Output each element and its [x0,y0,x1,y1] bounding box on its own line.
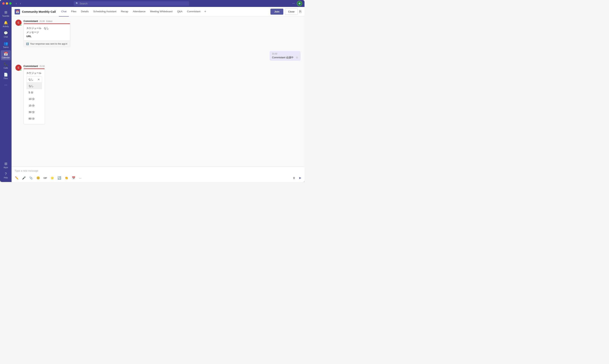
new-message-input[interactable] [15,169,301,172]
send-button[interactable]: ➤ [299,176,301,180]
tab-commistant[interactable]: Commistant [185,7,203,16]
chat-area: C Commistant 21:00 Edited スケジュール なし [12,16,304,166]
gif-button[interactable]: GIF [43,176,47,180]
header-actions: Join Close ⎘ [270,9,301,15]
sidebar-item-label-apps: Apps [4,166,8,169]
online-indicator [20,24,22,26]
dictate-button[interactable]: 🎙 [292,176,296,180]
card-line2: メッセージ [26,30,67,34]
sent-header: 21:02 [272,52,298,55]
sidebar-item-files[interactable]: 📄 Files [1,71,11,81]
response-close-button[interactable]: ✕ [66,42,68,45]
tab-files[interactable]: Files [69,7,79,16]
tab-recap[interactable]: Recap [119,7,131,16]
more-options-button[interactable]: ··· [292,2,295,5]
sidebar-item-label-help: Help [4,177,8,179]
tab-attendance[interactable]: Attendance [131,7,148,16]
sidebar-item-teamtile[interactable]: ⊞ Teamtile [1,9,11,19]
meeting-icon: 📅 [15,9,20,14]
tab-details[interactable]: Details [79,7,91,16]
audio-button[interactable]: 🎤 [22,176,26,180]
help-icon: ? [5,172,7,176]
schedule-message-button[interactable]: 📅 [71,176,76,180]
response-text: ℹ️ Your response was sent to the app [26,42,66,45]
sidebar-item-label-teams: Teams [3,46,9,48]
sticker-button[interactable]: 🌟 [50,176,54,180]
dropdown-option-15[interactable]: 15 分 [26,102,42,109]
sidebar-bottom: ⊞ Apps ? Help [1,160,11,181]
card-line1: スケジュール なし [26,26,67,30]
message-content-1: Commistant 21:00 Edited スケジュール なし メッセージ … [24,20,70,47]
format-button[interactable]: ✏️ [15,176,19,180]
tab-chat[interactable]: Chat [59,7,69,16]
message-sent: 21:02 Commistant 会議中 ☺ [15,51,301,61]
sent-text: Commistant 会議中 [272,56,293,59]
dropdown-option-nashi[interactable]: なし [26,83,42,89]
sent-status-icon: ☺ [296,56,298,59]
sidebar-item-label-activity: Activity [3,26,9,27]
add-tab-button[interactable]: + [203,10,208,14]
sidebar-item-apps[interactable]: ⊞ Apps [1,160,11,170]
message-content-2: Commistant 21:02 スケジュール なし ✕ [24,65,45,124]
sidebar-item-teams[interactable]: 👥 Teams [1,40,11,50]
apps-icon: ⊞ [4,162,7,166]
pop-out-button[interactable]: ⎘ [299,10,301,14]
info-icon: ℹ️ [26,42,29,45]
content-area: 📅 Community Monthly Call Chat Files Deta… [12,7,304,182]
calls-icon: 📞 [4,62,8,66]
schedule-dropdown[interactable]: なし ✕ [26,76,42,82]
emoji-button[interactable]: 😊 [36,176,40,180]
tab-qa[interactable]: Q&A [175,7,185,16]
message-time-1: 21:00 [40,20,45,22]
more-toolbar-button[interactable]: ··· [79,176,82,180]
avatar-commistant-1: C [15,20,22,26]
message-input-area: ✏️ 🎤 📎 😊 GIF 🌟 🔄 👏 📅 ··· 🎙 ➤ [12,166,304,182]
files-icon: 📄 [4,73,8,77]
back-button[interactable]: ‹ [15,1,18,6]
schedule-card: スケジュール なし ✕ なし 5 分 10 分 15 分 [24,68,45,124]
tab-scheduling[interactable]: Scheduling Assistant [91,7,119,16]
attach-button[interactable]: 📎 [29,176,33,180]
sender-name-1: Commistant [24,20,38,23]
nav-buttons: ‹ › [15,1,22,6]
dropdown-option-60[interactable]: 60 分 [26,116,42,122]
sidebar-item-chat[interactable]: 💬 Chat [1,29,11,39]
close-meeting-button[interactable]: Close [285,9,298,15]
dropdown-option-5[interactable]: 5 分 [26,89,42,96]
chat-icon: 💬 [4,31,8,35]
sidebar-item-help[interactable]: ? Help [1,170,11,180]
app-window: ‹ › 🔍 ··· 🌍 ⊞ Teamtile 🔔 Activity 💬 C [0,0,304,182]
close-window-button[interactable] [2,2,5,5]
join-button[interactable]: Join [270,9,283,15]
schedule-label: スケジュール [26,71,42,75]
more-icon: ··· [4,83,7,87]
sidebar: ⊞ Teamtile 🔔 Activity 💬 Chat 👥 Teams 📅 C… [0,7,12,182]
card-body-1: スケジュール なし メッセージ URL [24,24,70,40]
message-header-2: Commistant 21:02 [24,65,45,67]
tab-whiteboard[interactable]: Meeting Whiteboard [148,7,175,16]
sidebar-item-more[interactable]: ··· [1,81,11,89]
forward-button[interactable]: › [19,1,22,6]
message-1: C Commistant 21:00 Edited スケジュール なし [15,20,301,47]
sidebar-item-calls[interactable]: 📞 Calls [1,61,11,71]
sidebar-item-label-files: Files [4,77,8,79]
sidebar-item-label-chat: Chat [4,36,8,38]
message-2: C Commistant 21:02 スケジュール [15,65,301,124]
meeting-header: 📅 Community Monthly Call Chat Files Deta… [12,7,304,16]
sidebar-item-calendar[interactable]: 📅 Calendar [1,50,11,60]
message-time-2: 21:02 [40,65,45,67]
sidebar-item-activity[interactable]: 🔔 Activity [1,19,11,29]
calendar-icon: 📅 [4,52,8,56]
sent-message-bubble: 21:02 Commistant 会議中 ☺ [270,51,301,61]
search-input[interactable] [80,2,187,5]
dropdown-option-30[interactable]: 30 分 [26,109,42,116]
loop-button[interactable]: 🔄 [57,176,62,180]
schedule-card-body: スケジュール なし ✕ なし 5 分 10 分 15 分 [24,69,45,124]
praise-button[interactable]: 👏 [64,176,69,180]
dropdown-option-10[interactable]: 10 分 [26,96,42,102]
dropdown-clear-button[interactable]: ✕ [38,78,40,81]
minimize-window-button[interactable] [6,2,8,5]
sent-time: 21:02 [272,52,277,55]
maximize-window-button[interactable] [9,2,12,5]
message-header-1: Commistant 21:00 Edited [24,20,70,23]
